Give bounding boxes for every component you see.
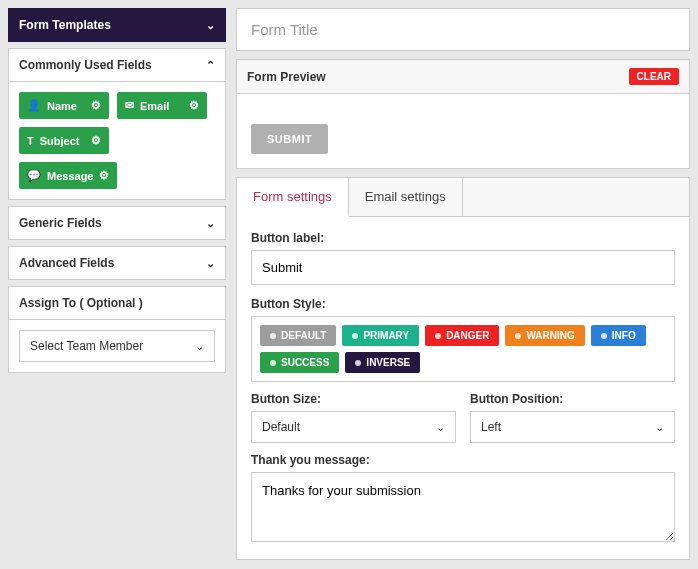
style-option-success[interactable]: SUCCESS [260,352,339,373]
radio-icon [515,333,521,339]
style-option-danger[interactable]: DANGER [425,325,499,346]
form-preview-label: Form Preview [247,70,326,84]
field-chip-label: Email [140,100,169,112]
button-size-select[interactable]: Default ⌄ [251,411,456,443]
button-size-lbl: Button Size: [251,392,456,406]
gear-icon: ⚙ [99,169,109,182]
field-chip-label: Message [47,170,93,182]
form-templates-label: Form Templates [19,18,111,32]
form-preview-panel: Form Preview CLEAR SUBMIT [236,59,690,169]
radio-icon [270,333,276,339]
chevron-down-icon: ⌄ [436,421,445,434]
field-icon: 👤 [27,99,41,112]
style-option-label: WARNING [526,330,574,341]
field-chip-name[interactable]: 👤Name⚙ [19,92,109,119]
button-style-options: DEFAULTPRIMARYDANGERWARNINGINFOSUCCESSIN… [251,316,675,382]
gear-icon: ⚙ [91,99,101,112]
button-position-value: Left [481,420,501,434]
settings-tabs: Form settings Email settings Button labe… [236,177,690,560]
radio-icon [601,333,607,339]
button-position-select[interactable]: Left ⌄ [470,411,675,443]
style-option-label: DEFAULT [281,330,326,341]
style-option-default[interactable]: DEFAULT [260,325,336,346]
radio-icon [355,360,361,366]
button-size-value: Default [262,420,300,434]
common-fields-panel: Commonly Used Fields ⌃ 👤Name⚙✉Email⚙TSub… [8,48,226,200]
thank-you-lbl: Thank you message: [251,453,675,467]
tab-email-settings[interactable]: Email settings [349,178,463,216]
style-option-label: SUCCESS [281,357,329,368]
style-option-label: INFO [612,330,636,341]
radio-icon [435,333,441,339]
clear-button[interactable]: CLEAR [629,68,679,85]
radio-icon [270,360,276,366]
tab-form-settings[interactable]: Form settings [237,178,349,217]
assign-panel: Assign To ( Optional ) Select Team Membe… [8,286,226,373]
style-option-label: PRIMARY [363,330,409,341]
assign-label: Assign To ( Optional ) [19,296,143,310]
button-position-lbl: Button Position: [470,392,675,406]
style-option-inverse[interactable]: INVERSE [345,352,420,373]
chevron-up-icon: ⌃ [206,59,215,72]
main-area: Form Preview CLEAR SUBMIT Form settings … [236,8,690,569]
common-fields-header[interactable]: Commonly Used Fields ⌃ [8,48,226,82]
field-chip-message[interactable]: 💬Message⚙ [19,162,117,189]
field-chip-email[interactable]: ✉Email⚙ [117,92,207,119]
button-label-input[interactable] [251,250,675,285]
preview-submit-button[interactable]: SUBMIT [251,124,328,154]
chevron-down-icon: ⌄ [206,217,215,230]
style-option-warning[interactable]: WARNING [505,325,584,346]
field-icon: T [27,135,34,147]
radio-icon [352,333,358,339]
field-chip-subject[interactable]: TSubject⚙ [19,127,109,154]
common-fields-label: Commonly Used Fields [19,58,152,72]
chevron-down-icon: ⌄ [206,19,215,32]
team-member-select[interactable]: Select Team Member ⌄ [19,330,215,362]
assign-header: Assign To ( Optional ) [8,286,226,320]
field-chip-label: Name [47,100,77,112]
gear-icon: ⚙ [91,134,101,147]
team-member-placeholder: Select Team Member [30,339,143,353]
button-label-lbl: Button label: [251,231,675,245]
field-chip-label: Subject [40,135,80,147]
style-option-info[interactable]: INFO [591,325,646,346]
chevron-down-icon: ⌄ [195,340,204,353]
chevron-down-icon: ⌄ [206,257,215,270]
sidebar: Form Templates ⌄ Commonly Used Fields ⌃ … [8,8,226,569]
field-icon: 💬 [27,169,41,182]
common-fields-grid: 👤Name⚙✉Email⚙TSubject⚙💬Message⚙ [19,92,215,189]
chevron-down-icon: ⌄ [655,421,664,434]
style-option-label: INVERSE [366,357,410,368]
generic-fields-label: Generic Fields [19,216,102,230]
thank-you-textarea[interactable] [251,472,675,542]
field-icon: ✉ [125,99,134,112]
advanced-fields-header[interactable]: Advanced Fields ⌄ [8,246,226,280]
gear-icon: ⚙ [189,99,199,112]
style-option-label: DANGER [446,330,489,341]
form-title-input[interactable] [236,8,690,51]
style-option-primary[interactable]: PRIMARY [342,325,419,346]
form-templates-header[interactable]: Form Templates ⌄ [8,8,226,42]
advanced-fields-label: Advanced Fields [19,256,114,270]
button-style-lbl: Button Style: [251,297,675,311]
generic-fields-header[interactable]: Generic Fields ⌄ [8,206,226,240]
